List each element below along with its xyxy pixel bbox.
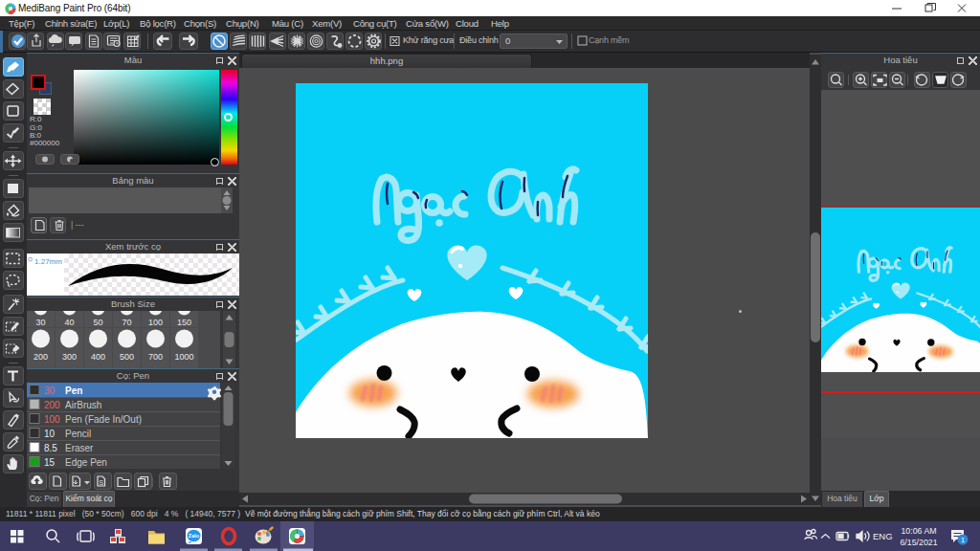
svg-text:8.5: 8.5 — [44, 443, 57, 453]
svg-text:400: 400 — [91, 352, 105, 362]
svg-text:200: 200 — [33, 352, 48, 362]
svg-text:500: 500 — [120, 352, 134, 362]
svg-text:Edge Pen: Edge Pen — [65, 457, 107, 468]
svg-text:Pen (Fade In/Out): Pen (Fade In/Out) — [65, 414, 142, 425]
svg-text:40: 40 — [64, 318, 74, 327]
svg-text:1000: 1000 — [174, 352, 193, 362]
svg-text:30: 30 — [44, 386, 56, 396]
svg-text:200: 200 — [44, 400, 60, 410]
svg-text:10:06 AM: 10:06 AM — [901, 526, 936, 536]
svg-text:AirBrush: AirBrush — [65, 400, 101, 410]
svg-text:100: 100 — [44, 414, 60, 425]
svg-text:300: 300 — [62, 352, 77, 362]
svg-text:30: 30 — [35, 318, 45, 327]
svg-text:10: 10 — [44, 429, 56, 439]
svg-text:Pencil: Pencil — [65, 429, 91, 439]
svg-text:15: 15 — [44, 457, 56, 468]
svg-text:50: 50 — [93, 318, 102, 327]
svg-text:Eraser: Eraser — [65, 443, 94, 453]
svg-text:Zalo: Zalo — [189, 533, 200, 539]
svg-text:700: 700 — [148, 352, 163, 362]
svg-text:70: 70 — [122, 318, 131, 327]
svg-text:ENG: ENG — [873, 531, 893, 541]
svg-text:Pen: Pen — [65, 386, 82, 396]
svg-text:100: 100 — [148, 318, 163, 327]
svg-text:S: S — [100, 479, 104, 486]
svg-text:1: 1 — [961, 536, 965, 544]
svg-text:6/15/2021: 6/15/2021 — [900, 538, 937, 547]
svg-text:150: 150 — [177, 318, 191, 327]
